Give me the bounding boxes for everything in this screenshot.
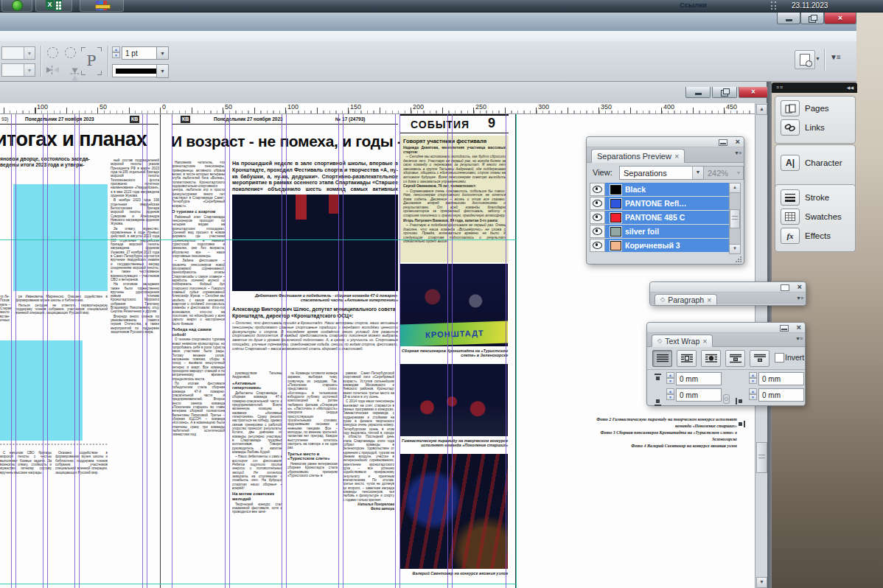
guide-v3[interactable] — [43, 113, 43, 588]
dock-item-swatches[interactable]: Swatches — [775, 207, 855, 226]
taskbar-links-label[interactable]: Ссылки — [680, 1, 707, 9]
rotate-ccw-icon[interactable] — [65, 47, 76, 58]
panel-scroll-thumb[interactable] — [730, 209, 740, 228]
scroll-down-icon[interactable]: ▼ — [730, 244, 740, 253]
guide-v5[interactable] — [74, 113, 75, 588]
rotate-cw-icon[interactable] — [47, 47, 58, 58]
panel-menu-button[interactable]: ▼≡ — [830, 53, 840, 61]
app-minimize-button[interactable] — [777, 12, 800, 24]
separation-row[interactable]: silver foil — [590, 225, 729, 238]
photo-gymnastics[interactable] — [400, 364, 508, 436]
tab-close-icon[interactable]: × — [674, 152, 679, 161]
collapse-dock-icon[interactable]: ◀◀ — [847, 85, 854, 90]
guide-v8[interactable] — [147, 113, 147, 588]
dock-item-character[interactable]: A| Character — [775, 153, 855, 172]
tab-text-wrap[interactable]: ◇ Text Wrap × — [652, 335, 713, 347]
dock-header[interactable]: ≡≡ ◀◀ — [772, 83, 857, 93]
eye-toggle[interactable] — [590, 211, 605, 224]
guide-v1[interactable] — [11, 113, 12, 588]
chevron-down-icon[interactable]: ▼ — [815, 56, 820, 61]
panel-restore-button[interactable] — [781, 284, 789, 291]
panel-minimize-button[interactable] — [780, 325, 789, 332]
jump-object-button[interactable] — [725, 350, 745, 367]
scrollbar-thumb[interactable] — [756, 442, 767, 473]
taskbar-app-excel[interactable]: X — [35, 0, 72, 12]
panel-close-button[interactable]: × — [798, 283, 802, 291]
tab-separations-preview[interactable]: Separations Preview × — [591, 149, 685, 163]
panel-drag-bar[interactable]: × — [650, 282, 806, 293]
app-restore-button[interactable] — [800, 12, 824, 24]
scale-combo[interactable]: ▼ — [1, 63, 35, 77]
offset-left-stepper[interactable]: ▲▼ — [749, 372, 757, 384]
scroll-up-button[interactable]: ▲ — [756, 104, 767, 115]
app-close-button[interactable]: × — [824, 12, 856, 24]
panel-menu-icon[interactable]: ▼≡ — [796, 295, 803, 301]
panel-drag-bar[interactable]: × — [587, 137, 744, 147]
festival-quotes-box[interactable]: Говорят участники фестиваля Надежда Девя… — [400, 136, 509, 262]
wrap-object-shape-button[interactable] — [701, 350, 721, 367]
stroke-weight-dropdown[interactable]: ▼ — [156, 46, 169, 60]
dock-item-stroke[interactable]: Stroke — [775, 188, 855, 207]
panel-toggle-icon[interactable]: ◇ — [660, 296, 665, 303]
guide-v19[interactable] — [452, 113, 453, 588]
panel-close-button[interactable]: × — [797, 323, 801, 332]
panel-menu-icon[interactable]: ▼≡ — [795, 336, 802, 341]
photo-turnstile[interactable]: КРОНШТАДТ — [400, 264, 508, 346]
scroll-down-button[interactable]: ▼ — [756, 577, 767, 588]
guide-v14[interactable] — [338, 113, 339, 588]
jump-next-column-button[interactable] — [750, 350, 769, 367]
panel-toggle-icon[interactable]: ◇ — [657, 337, 662, 344]
invert-checkbox[interactable] — [775, 353, 784, 363]
view-select[interactable]: Separations ▼ — [619, 166, 704, 180]
panel-menu-icon[interactable]: ▼≡ — [734, 150, 741, 155]
guide-v12[interactable] — [282, 113, 282, 588]
eye-toggle[interactable] — [590, 225, 605, 238]
guide-v18[interactable] — [447, 113, 448, 588]
photo-knots[interactable] — [400, 454, 508, 569]
guide-v20[interactable] — [506, 113, 506, 588]
guide-v4[interactable] — [47, 113, 48, 588]
panel-drag-bar[interactable]: × — [647, 323, 805, 333]
guide-horizontal-teal[interactable] — [0, 239, 516, 240]
stroke-weight-stepper[interactable]: ▲▼ — [112, 46, 120, 58]
guide-v13[interactable] — [286, 113, 287, 588]
guide-v9[interactable] — [172, 113, 172, 588]
wrap-bounding-box-button[interactable] — [677, 350, 697, 367]
doc-close-button[interactable]: × — [739, 87, 768, 98]
panel-minimize-button[interactable] — [719, 139, 727, 146]
flip-horizontal-icon[interactable] — [52, 66, 63, 74]
panel-resize-grip[interactable] — [736, 256, 741, 262]
photo-festival-group[interactable] — [232, 195, 398, 291]
stroke-type-field[interactable] — [112, 64, 163, 77]
doc-restore-button[interactable] — [712, 87, 737, 98]
select-container-tool[interactable]: P — [81, 47, 102, 75]
preflight-button[interactable] — [795, 50, 815, 69]
dock-item-links[interactable]: Links — [775, 118, 855, 137]
guide-horizontal-teal-bottom[interactable] — [0, 584, 516, 584]
panel-scrollbar[interactable]: ▲ ▼ — [729, 183, 741, 254]
separation-row[interactable]: PANTONE Refl… — [590, 197, 729, 210]
taskbar-app-green[interactable] — [1, 0, 32, 12]
offset-left-field[interactable]: 0 mm — [758, 372, 804, 385]
guide-v2[interactable] — [15, 113, 16, 588]
eye-toggle[interactable] — [590, 197, 605, 210]
cyan-image-frame-1[interactable] — [13, 184, 108, 291]
tab-close-icon[interactable]: × — [707, 295, 711, 304]
taskbar-grip2[interactable] — [775, 1, 778, 10]
dock-item-effects[interactable]: fx Effects — [775, 226, 855, 245]
guide-v10[interactable] — [225, 113, 226, 588]
offset-top-field[interactable]: 0 mm — [676, 372, 722, 385]
spin-down-icon[interactable]: ▼ — [112, 52, 120, 58]
separation-row[interactable]: PANTONE 485 C — [590, 211, 729, 224]
stroke-type-dropdown[interactable]: ▼ — [156, 64, 169, 78]
doc-minimize-button[interactable] — [685, 87, 711, 98]
ink-limit-combo[interactable]: 242% ▼ — [703, 166, 744, 180]
wrap-none-button[interactable] — [652, 350, 672, 367]
cyan-image-frame-2[interactable] — [0, 340, 83, 441]
guide-v11[interactable] — [229, 113, 230, 588]
separation-row[interactable]: Black — [590, 183, 729, 196]
tab-close-icon[interactable]: × — [702, 337, 707, 346]
horizontal-ruler[interactable]: 10050050100150200250300350400450 — [0, 103, 755, 114]
link-offsets-icon[interactable] — [723, 394, 730, 404]
reference-point-combo[interactable]: ▼ — [1, 46, 35, 60]
